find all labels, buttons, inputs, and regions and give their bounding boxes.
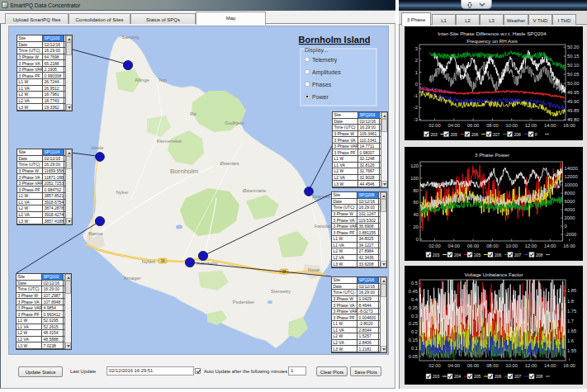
svg-text:0.3: 0.3 bbox=[411, 314, 418, 319]
svg-text:Tejn: Tejn bbox=[159, 78, 168, 83]
svg-text:Power: Power bbox=[312, 94, 329, 100]
svg-text:204: 204 bbox=[454, 253, 462, 257]
svg-text:0.15: 0.15 bbox=[409, 338, 418, 342]
svg-text:49.95: 49.95 bbox=[567, 90, 580, 95]
svg-text:-2000: -2000 bbox=[565, 232, 577, 237]
svg-text:50.05: 50.05 bbox=[567, 72, 580, 77]
svg-text:Nylars: Nylars bbox=[142, 259, 156, 264]
svg-text:0: 0 bbox=[415, 82, 418, 87]
svg-text:120: 120 bbox=[410, 163, 419, 168]
svg-text:Allinge: Allinge bbox=[135, 78, 149, 83]
svg-text:207: 207 bbox=[514, 374, 522, 379]
svg-text:14000: 14000 bbox=[565, 166, 578, 171]
svg-text:2000: 2000 bbox=[565, 215, 575, 220]
svg-text:-3: -3 bbox=[414, 117, 418, 122]
svg-text:04:00: 04:00 bbox=[448, 363, 461, 368]
svg-text:14:00: 14:00 bbox=[544, 123, 556, 128]
svg-text:08:00: 08:00 bbox=[486, 243, 499, 248]
svg-text:08:00: 08:00 bbox=[486, 363, 499, 368]
svg-text:1.65: 1.65 bbox=[567, 328, 576, 333]
svg-text:3 Phase Power: 3 Phase Power bbox=[475, 152, 509, 158]
svg-text:0.05: 0.05 bbox=[409, 354, 418, 359]
svg-text:6000: 6000 bbox=[565, 199, 575, 204]
svg-text:1.8: 1.8 bbox=[567, 299, 574, 304]
svg-text:Bornholm: Bornholm bbox=[170, 168, 199, 175]
svg-text:02:00: 02:00 bbox=[428, 243, 441, 248]
svg-text:Rø: Rø bbox=[190, 111, 196, 116]
svg-text:10000: 10000 bbox=[565, 182, 578, 187]
svg-text:203: 203 bbox=[431, 132, 438, 137]
svg-text:0.45: 0.45 bbox=[409, 289, 418, 294]
svg-text:Stenseby: Stenseby bbox=[271, 289, 291, 294]
svg-text:Voltage Unbalance Factor: Voltage Unbalance Factor bbox=[464, 272, 523, 277]
svg-text:206: 206 bbox=[495, 253, 502, 257]
svg-text:04:00: 04:00 bbox=[448, 243, 461, 248]
svg-text:1.85: 1.85 bbox=[567, 288, 576, 293]
svg-text:2: 2 bbox=[415, 58, 418, 63]
svg-text:04:00: 04:00 bbox=[448, 123, 461, 128]
svg-text:16:00: 16:00 bbox=[563, 243, 575, 248]
svg-text:F: F bbox=[535, 132, 537, 137]
svg-text:207: 207 bbox=[514, 253, 522, 257]
svg-text:49.90: 49.90 bbox=[567, 99, 580, 104]
svg-text:Gudhjem: Gudhjem bbox=[225, 120, 244, 125]
svg-text:0.2: 0.2 bbox=[411, 329, 418, 334]
svg-text:8000: 8000 bbox=[565, 191, 575, 196]
svg-text:1.55: 1.55 bbox=[567, 348, 576, 353]
svg-text:50.20: 50.20 bbox=[567, 45, 580, 50]
svg-text:208: 208 bbox=[536, 374, 543, 379]
svg-text:100: 100 bbox=[410, 176, 419, 181]
svg-text:50.15: 50.15 bbox=[567, 54, 580, 59]
svg-text:10:00: 10:00 bbox=[505, 243, 518, 248]
svg-text:3: 3 bbox=[415, 46, 418, 51]
svg-text:206: 206 bbox=[495, 374, 502, 379]
svg-text:14:00: 14:00 bbox=[544, 243, 556, 248]
svg-text:38: 38 bbox=[160, 259, 165, 263]
svg-text:208: 208 bbox=[536, 253, 543, 257]
svg-text:12:00: 12:00 bbox=[525, 243, 537, 248]
svg-text:02:00: 02:00 bbox=[428, 363, 441, 368]
svg-text:Nexø: Nexø bbox=[308, 267, 320, 272]
svg-text:0: 0 bbox=[565, 224, 567, 229]
svg-text:Svaneke: Svaneke bbox=[312, 194, 331, 199]
svg-text:20: 20 bbox=[414, 224, 419, 229]
svg-text:06:00: 06:00 bbox=[467, 123, 480, 128]
svg-text:Østerlars: Østerlars bbox=[220, 161, 239, 166]
svg-text:Rønne: Rønne bbox=[88, 231, 102, 236]
svg-text:49.80: 49.80 bbox=[567, 117, 580, 122]
svg-text:0.35: 0.35 bbox=[409, 305, 418, 310]
svg-text:Hasle: Hasle bbox=[92, 145, 104, 150]
svg-text:0.4: 0.4 bbox=[411, 297, 419, 302]
svg-text:49.85: 49.85 bbox=[567, 108, 580, 113]
svg-text:12:00: 12:00 bbox=[525, 363, 537, 368]
svg-text:0.1: 0.1 bbox=[411, 346, 418, 351]
svg-text:08:00: 08:00 bbox=[486, 123, 499, 128]
svg-text:Nyker: Nyker bbox=[116, 190, 128, 195]
svg-text:Amplitudes: Amplitudes bbox=[312, 69, 341, 76]
svg-text:206: 206 bbox=[471, 132, 479, 137]
svg-text:Klemensker: Klemensker bbox=[157, 139, 182, 144]
svg-text:-2: -2 bbox=[414, 105, 418, 110]
svg-text:-1: -1 bbox=[414, 93, 418, 98]
svg-text:Bornholm Island: Bornholm Island bbox=[299, 35, 371, 45]
svg-text:50.00: 50.00 bbox=[567, 81, 580, 86]
svg-text:Phases: Phases bbox=[312, 82, 332, 87]
svg-text:06:00: 06:00 bbox=[467, 243, 480, 248]
svg-text:Østermarie: Østermarie bbox=[243, 188, 267, 193]
svg-text:205: 205 bbox=[451, 132, 458, 137]
svg-text:16:00: 16:00 bbox=[563, 123, 575, 128]
svg-text:12000: 12000 bbox=[565, 174, 578, 179]
svg-text:10:00: 10:00 bbox=[505, 123, 518, 128]
svg-text:0.5: 0.5 bbox=[411, 281, 418, 286]
svg-text:40: 40 bbox=[414, 212, 419, 217]
svg-text:0: 0 bbox=[416, 237, 419, 242]
svg-text:208: 208 bbox=[514, 132, 522, 137]
svg-text:Pedersker: Pedersker bbox=[233, 300, 254, 305]
svg-text:1.75: 1.75 bbox=[567, 309, 576, 314]
svg-text:203: 203 bbox=[433, 374, 440, 379]
svg-text:06:00: 06:00 bbox=[467, 363, 480, 368]
svg-text:1: 1 bbox=[415, 70, 418, 75]
svg-text:4000: 4000 bbox=[565, 207, 575, 212]
svg-text:205: 205 bbox=[474, 374, 481, 379]
svg-text:Frequency on RH Axis: Frequency on RH Axis bbox=[466, 38, 518, 44]
